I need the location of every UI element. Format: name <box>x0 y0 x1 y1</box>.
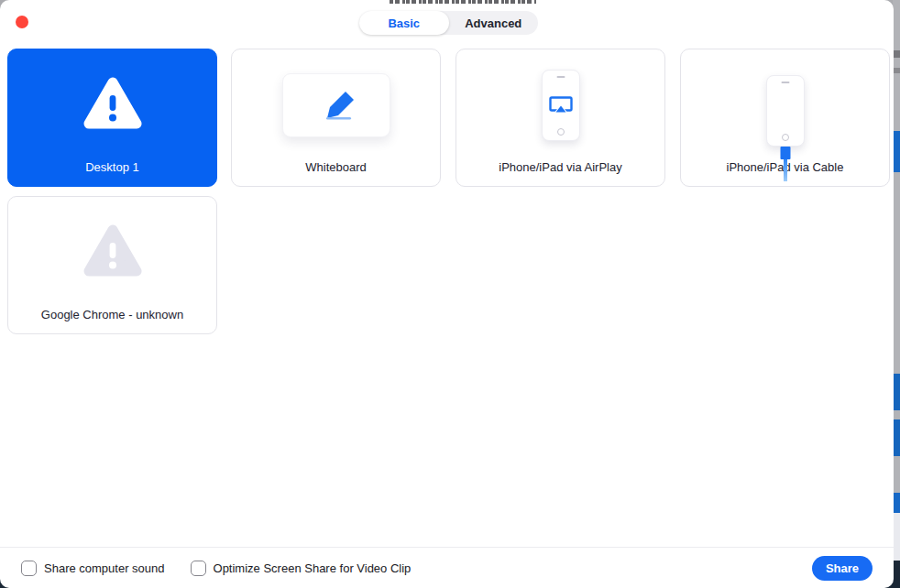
tab-basic[interactable]: Basic <box>359 11 449 35</box>
optimize-video-clip-label: Optimize Screen Share for Video Clip <box>214 561 412 575</box>
warning-triangle-gray-icon <box>82 223 143 283</box>
share-mode-tabs: Basic Advanced <box>359 11 538 35</box>
share-source-iphone-cable[interactable]: iPhone/iPad via Cable <box>680 49 890 187</box>
background-fragment <box>893 493 900 513</box>
background-fragment <box>893 68 900 73</box>
cable-plug <box>780 147 790 159</box>
phone-speaker <box>781 82 789 83</box>
background-fragment <box>893 131 900 172</box>
background-fragment <box>893 419 900 456</box>
tile-label: Google Chrome - unknown <box>41 308 183 333</box>
close-window-button[interactable] <box>16 16 28 28</box>
background-fragment <box>893 50 900 58</box>
cable-line <box>784 159 787 181</box>
share-source-desktop-1[interactable]: Desktop 1 <box>7 49 217 187</box>
tile-label: Whiteboard <box>305 160 366 186</box>
optimize-video-clip-checkbox[interactable] <box>191 561 206 576</box>
whiteboard-icon <box>282 73 390 137</box>
share-source-iphone-airplay[interactable]: iPhone/iPad via AirPlay <box>455 49 665 187</box>
warning-triangle-icon <box>82 75 143 136</box>
share-source-whiteboard[interactable]: Whiteboard <box>231 49 441 187</box>
tile-label: Desktop 1 <box>85 160 139 186</box>
phone-home-button <box>557 128 565 136</box>
phone-airplay-icon <box>542 70 580 141</box>
background-edge-strip <box>893 0 900 561</box>
share-source-google-chrome[interactable]: Google Chrome - unknown <box>7 196 217 334</box>
phone-cable-icon <box>766 75 805 147</box>
tab-advanced[interactable]: Advanced <box>449 11 539 35</box>
share-screen-dialog: Basic Advanced Desktop 1 Whit <box>0 0 894 588</box>
background-fragment <box>893 374 900 410</box>
share-computer-sound-checkbox[interactable] <box>21 561 37 576</box>
phone-home-button <box>782 134 789 141</box>
footer-bar: Share computer sound Optimize Screen Sha… <box>0 548 894 588</box>
tile-label: iPhone/iPad via AirPlay <box>499 160 621 186</box>
background-fragment <box>893 513 900 561</box>
phone-speaker <box>556 76 565 78</box>
share-button[interactable]: Share <box>812 556 873 581</box>
share-computer-sound-label: Share computer sound <box>44 561 165 575</box>
window-title-clipped <box>390 0 536 4</box>
